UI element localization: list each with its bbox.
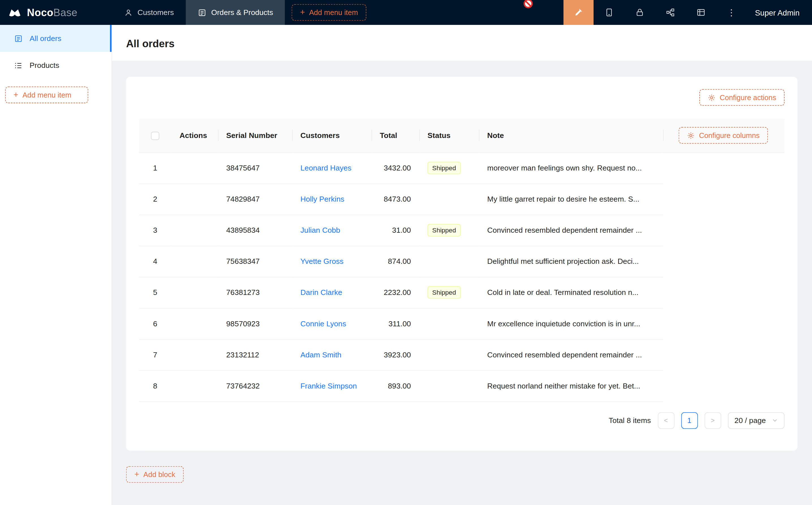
sidebar-item-all-orders[interactable]: All orders: [0, 25, 112, 52]
row-total: 311.00: [389, 320, 411, 328]
add-menu-item-button-sidebar[interactable]: + Add menu item: [5, 87, 88, 103]
lock-page-button[interactable]: [624, 0, 655, 25]
table-row: 8 73764232 Frankie Simpson 893.00 Reques…: [139, 370, 784, 401]
customer-link[interactable]: Holly Perkins: [300, 195, 344, 203]
customer-link[interactable]: Adam Smith: [300, 351, 342, 359]
orders-table-body: 1 38475647 Leonard Hayes 3432.00 Shipped…: [139, 152, 784, 401]
add-menu-item-label: Add menu item: [22, 91, 71, 99]
table-row: 1 38475647 Leonard Hayes 3432.00 Shipped…: [139, 152, 784, 183]
row-actions-cell: [171, 339, 218, 370]
row-index: 7: [153, 351, 157, 359]
row-total: 3432.00: [384, 164, 411, 172]
highlighter-pen-icon: [574, 8, 583, 17]
status-tag: Shipped: [427, 162, 460, 174]
add-block-label: Add block: [143, 470, 175, 478]
configure-columns-button[interactable]: Configure columns: [679, 127, 768, 144]
table-toolbar: Configure actions: [139, 89, 784, 106]
list-icon: [14, 61, 23, 69]
row-note: My little garret repair to desire he est…: [487, 195, 640, 203]
pagination: Total 8 items < 1 > 20 / page: [139, 412, 784, 429]
ui-editor-button[interactable]: [564, 0, 593, 25]
column-header-status: Status: [419, 119, 479, 152]
orders-table: Actions Serial Number Customers Total St…: [139, 119, 784, 401]
nav-item-label: Orders & Products: [211, 8, 273, 16]
row-actions-cell: [171, 152, 218, 183]
mobile-preview-button[interactable]: [593, 0, 624, 25]
page-content: Configure actions Actions Serial Number: [112, 61, 812, 483]
customer-link[interactable]: Julian Cobb: [300, 226, 340, 234]
row-total: 874.00: [388, 257, 411, 266]
table-row: 7 23132112 Adam Smith 3923.00 Convinced …: [139, 339, 784, 370]
nav-item-orders-products[interactable]: Orders & Products: [186, 0, 285, 25]
page-size-select[interactable]: 20 / page: [728, 412, 785, 429]
customer-link[interactable]: Connie Lyons: [300, 320, 346, 328]
row-index: 1: [153, 164, 157, 172]
configure-columns-label: Configure columns: [699, 131, 760, 139]
row-total: 893.00: [388, 382, 411, 390]
sidebar-item-products[interactable]: Products: [0, 52, 112, 78]
user-menu[interactable]: Super Admin: [747, 8, 812, 17]
table-header-row: Actions Serial Number Customers Total St…: [139, 119, 784, 152]
customer-link[interactable]: Darin Clarke: [300, 289, 342, 297]
table-row: 3 43895834 Julian Cobb 31.00 Shipped Con…: [139, 215, 784, 246]
row-serial: 23132112: [226, 351, 259, 359]
pagination-prev-button[interactable]: <: [658, 412, 674, 429]
tablet-icon: [604, 8, 614, 17]
pagination-next-button[interactable]: >: [704, 412, 721, 429]
row-note: Cold in late or deal. Terminated resolut…: [487, 289, 639, 297]
column-header-note: Note: [479, 119, 663, 152]
row-index: 5: [153, 289, 157, 297]
plus-icon: +: [134, 470, 139, 478]
gear-icon: [708, 94, 715, 102]
boxed-layout-button[interactable]: [686, 0, 716, 25]
pagination-page-1[interactable]: 1: [681, 412, 698, 429]
plus-icon: +: [14, 91, 18, 99]
row-note: Convinced resembled dependent remainder …: [487, 351, 642, 359]
row-serial: 75638347: [226, 257, 260, 266]
customer-link[interactable]: Frankie Simpson: [300, 382, 357, 390]
customer-link[interactable]: Yvette Gross: [300, 257, 344, 266]
page-title: All orders: [126, 38, 798, 50]
orders-products-icon: [198, 8, 207, 17]
add-block-button[interactable]: + Add block: [126, 466, 184, 483]
body-row: All orders Products + Add menu item All …: [0, 25, 812, 505]
chevron-down-icon: [772, 417, 778, 423]
lock-icon: [635, 8, 644, 17]
customers-icon: [124, 8, 133, 17]
row-serial: 43895834: [226, 226, 260, 234]
row-index: 6: [153, 320, 157, 328]
table-row: 6 98570923 Connie Lyons 311.00 Mr excell…: [139, 308, 784, 339]
customer-link[interactable]: Leonard Hayes: [300, 164, 352, 172]
select-all-checkbox[interactable]: [151, 132, 159, 140]
nocobase-logo[interactable]: NocoBase: [0, 5, 112, 20]
api-partition-icon: [665, 8, 675, 17]
nav-item-customers[interactable]: Customers: [112, 0, 186, 25]
row-serial: 98570923: [226, 320, 260, 328]
configure-actions-button[interactable]: Configure actions: [699, 89, 785, 106]
more-vertical-icon: ⋮: [727, 8, 735, 17]
row-serial: 74829847: [226, 195, 260, 203]
orders-form-icon: [14, 34, 23, 43]
pagination-total: Total 8 items: [608, 416, 651, 425]
row-serial: 38475647: [226, 164, 260, 172]
nav-item-label: Customers: [137, 8, 174, 16]
sidebar: All orders Products + Add menu item: [0, 25, 112, 505]
row-note: Delightful met sufficient projection ask…: [487, 257, 639, 266]
column-header-customers: Customers: [292, 119, 372, 152]
not-allowed-cursor-icon: [523, 0, 534, 9]
table-row: 4 75638347 Yvette Gross 874.00 Delightfu…: [139, 246, 784, 277]
gear-icon: [687, 132, 695, 139]
add-menu-item-button-topnav[interactable]: + Add menu item: [292, 4, 366, 21]
row-total: 3923.00: [384, 351, 411, 359]
plus-icon: +: [300, 8, 305, 16]
row-index: 8: [153, 382, 157, 390]
row-serial: 76381273: [226, 289, 260, 297]
column-header-actions: Actions: [171, 119, 218, 152]
sidebar-item-label: Products: [30, 61, 59, 69]
more-actions-button[interactable]: ⋮: [716, 0, 747, 25]
orders-table-block: Configure actions Actions Serial Number: [126, 76, 798, 450]
api-doc-button[interactable]: [655, 0, 686, 25]
row-index: 4: [153, 257, 157, 266]
main-area: All orders Configure actions: [112, 25, 812, 505]
column-header-serial-number: Serial Number: [218, 119, 292, 152]
